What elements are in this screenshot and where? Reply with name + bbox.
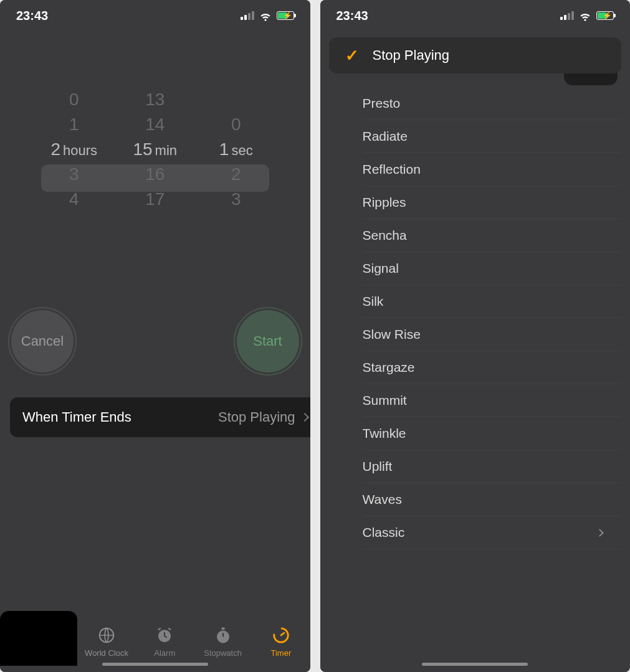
timer-icon [272, 626, 290, 645]
sound-option[interactable]: Classic [363, 516, 622, 549]
chevron-right-icon [596, 529, 604, 537]
when-timer-ends-sheet-screen: 23:43 ⚡ Cancel When Timer Ends Set Prest… [320, 0, 631, 672]
sound-option[interactable]: Stargaze [363, 351, 622, 384]
wifi-icon [579, 9, 591, 22]
stopwatch-icon [214, 626, 232, 645]
home-indicator[interactable] [422, 663, 528, 666]
sound-option-label: Summit [363, 393, 407, 408]
sound-option-label: Classic [363, 525, 405, 540]
tab-label: World Clock [85, 648, 128, 658]
sound-option-label: Silk [363, 294, 384, 309]
svg-rect-3 [221, 627, 224, 630]
sound-option-label: Waves [363, 492, 402, 507]
time-picker[interactable]: 0 1 2hours 3 4 13 14 15min 16 17 0 1sec … [0, 87, 310, 212]
sound-option-label: Ripples [363, 195, 406, 210]
start-button-label: Start [253, 333, 282, 349]
sound-option[interactable]: Summit [363, 384, 622, 417]
when-timer-ends-value: Stop Playing [218, 409, 295, 425]
battery-icon: ⚡ [277, 11, 294, 20]
status-bar: 23:43 ⚡ [320, 0, 631, 31]
sound-option-label: Slow Rise [363, 327, 421, 342]
cancel-button-label: Cancel [21, 333, 64, 349]
sound-list[interactable]: PrestoRadiateReflectionRipplesSenchaSign… [329, 87, 622, 572]
sound-option[interactable]: Radiate [363, 120, 622, 153]
sound-option-label: Sencha [363, 228, 407, 243]
sound-option-label: Radiate [363, 129, 408, 144]
sound-option-label: Presto [363, 96, 401, 111]
sound-option[interactable]: Sencha [363, 219, 622, 252]
globe-icon [97, 626, 116, 645]
sound-option[interactable]: Twinkle [363, 417, 622, 450]
stop-playing-row[interactable]: ✓ Stop Playing [329, 37, 622, 73]
battery-icon: ⚡ [596, 11, 614, 20]
when-timer-ends-label: When Timer Ends [22, 409, 131, 425]
sound-option[interactable]: Waves [363, 483, 622, 516]
cellular-icon [560, 11, 574, 20]
sound-option-label: Signal [363, 261, 399, 276]
sound-option[interactable]: Signal [363, 252, 622, 285]
sound-option[interactable]: Reflection [363, 153, 622, 186]
picker-seconds[interactable]: 0 1sec 2 3 [196, 87, 277, 212]
sound-option-label: Uplift [363, 459, 393, 474]
status-time: 23:43 [16, 9, 48, 23]
sound-option[interactable]: Ripples [363, 186, 622, 219]
timer-screen: 23:43 ⚡ 0 1 2hours 3 4 13 14 15min 16 17 [0, 0, 310, 672]
sound-option[interactable]: Silk [363, 285, 622, 318]
sound-picker-sheet: Cancel When Timer Ends Set PrestoRadiate… [329, 44, 622, 672]
when-timer-ends-row[interactable]: When Timer Ends Stop Playing [10, 397, 310, 437]
status-bar: 23:43 ⚡ [0, 0, 310, 31]
tab-label: Alarm [154, 648, 175, 658]
sound-option-label: Reflection [363, 162, 421, 177]
cancel-button[interactable]: Cancel [11, 310, 74, 372]
cellular-icon [241, 11, 254, 20]
sound-option[interactable]: Presto [363, 87, 622, 120]
sound-option[interactable]: Uplift [363, 450, 622, 483]
tab-timer[interactable]: Timer [252, 611, 310, 672]
picker-hours[interactable]: 0 1 2hours 3 4 [34, 87, 115, 212]
start-button[interactable]: Start [237, 310, 299, 372]
sound-option-label: Twinkle [363, 426, 406, 441]
picker-minutes[interactable]: 13 14 15min 16 17 [115, 87, 196, 212]
checkmark-icon: ✓ [345, 46, 359, 65]
sound-option[interactable]: Slow Rise [363, 318, 622, 351]
tab-label: Timer [270, 648, 291, 658]
alarm-icon [155, 626, 174, 645]
home-indicator[interactable] [102, 663, 208, 666]
status-time: 23:43 [336, 9, 368, 23]
sound-option-label: Stargaze [363, 360, 415, 375]
wifi-icon [259, 9, 272, 22]
stop-playing-label: Stop Playing [373, 47, 450, 64]
tab-label: Stopwatch [204, 648, 242, 658]
chevron-right-icon [300, 413, 308, 422]
